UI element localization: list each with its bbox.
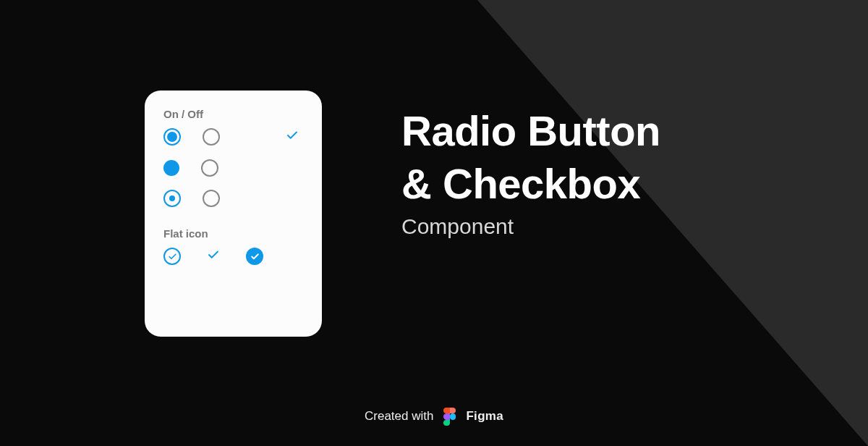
row-3 [163,190,303,207]
section-flat-icon-label: Flat icon [163,227,303,240]
subtitle: Component [401,214,660,239]
checkmark-icon[interactable] [286,127,299,146]
radio-unselected-icon[interactable] [203,128,220,146]
flat-row [163,247,303,266]
component-card: On / Off Flat icon [145,91,322,337]
radio-solid-icon[interactable] [163,160,179,176]
figma-logo-icon [443,408,456,426]
title-line-2: & Checkbox [401,158,660,211]
headline: Radio Button & Checkbox Component [401,105,660,239]
radio-small-dot-icon[interactable] [163,190,181,207]
row-2 [163,159,303,177]
checkmark-icon[interactable] [207,247,220,266]
row-1 [163,127,303,146]
brand-name: Figma [466,409,503,424]
flat-icon-section: Flat icon [163,227,303,266]
section-on-off-label: On / Off [163,108,303,120]
footer: Created with Figma [365,408,503,426]
check-filled-circle-icon[interactable] [246,248,263,265]
created-with-label: Created with [365,409,433,424]
check-outline-circle-icon[interactable] [163,248,181,265]
radio-dot-icon [167,132,177,142]
radio-selected-icon[interactable] [163,128,181,146]
title-line-1: Radio Button [401,105,660,158]
radio-dot-small-icon [169,195,175,201]
radio-unselected-icon[interactable] [201,159,218,177]
radio-unselected-icon[interactable] [203,190,220,207]
